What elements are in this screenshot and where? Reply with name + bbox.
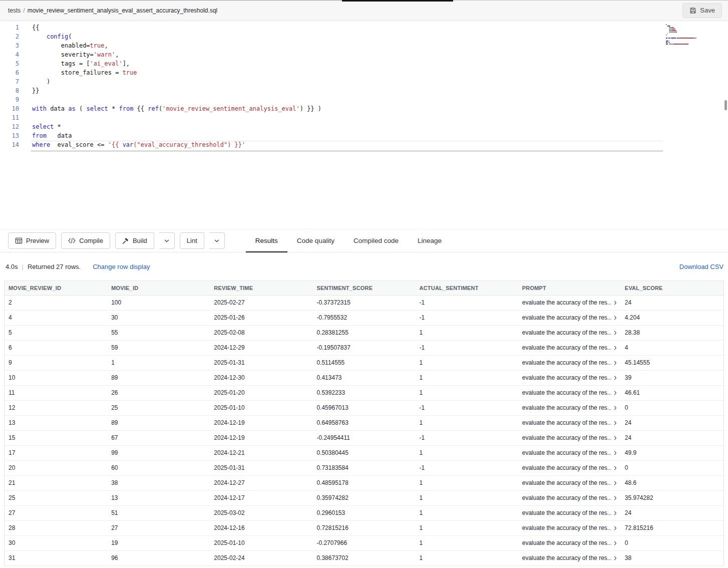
- cell-actual_sentiment: -1: [416, 295, 518, 310]
- cell-eval_score: 49.9: [621, 445, 723, 460]
- save-button-label: Save: [700, 7, 715, 14]
- lint-button[interactable]: Lint: [180, 232, 204, 249]
- cell-movie_id: 38: [107, 475, 210, 490]
- cell-actual_sentiment: 1: [416, 550, 518, 565]
- code-line[interactable]: }}: [32, 87, 728, 96]
- cell-movie_id: 89: [107, 415, 210, 430]
- line-number: 12: [0, 123, 22, 132]
- table-row: 25132024-12-170.359742821evaluate the ac…: [5, 490, 723, 505]
- cell-sentiment_score: 0.28381255: [312, 325, 415, 340]
- expand-cell-icon[interactable]: [614, 361, 617, 365]
- cell-sentiment_score: -0.7955532: [312, 310, 415, 325]
- editor-minimap[interactable]: [666, 24, 722, 45]
- expand-cell-icon[interactable]: [614, 451, 617, 455]
- prompt-text: evaluate the accuracy of the res...: [522, 344, 611, 351]
- cell-eval_score: 39: [621, 370, 723, 385]
- code-line[interactable]: store_failures = true: [32, 69, 728, 78]
- lint-dropdown-toggle[interactable]: [209, 232, 225, 249]
- expand-cell-icon[interactable]: [614, 556, 617, 560]
- cell-review_time: 2024-12-16: [210, 520, 312, 535]
- tab-code-quality[interactable]: Code quality: [287, 229, 344, 252]
- cell-actual_sentiment: -1: [416, 460, 518, 475]
- cell-movie_review_id: 4: [5, 310, 107, 325]
- expand-cell-icon[interactable]: [614, 346, 617, 350]
- column-header-movie_id: MOVIE_ID: [107, 281, 210, 295]
- code-line[interactable]: severity='warn',: [32, 51, 728, 60]
- expand-cell-icon[interactable]: [614, 496, 617, 500]
- cell-movie_review_id: 5: [5, 325, 107, 340]
- build-button-label: Build: [133, 237, 147, 244]
- expand-cell-icon[interactable]: [614, 466, 617, 470]
- expand-cell-icon[interactable]: [614, 331, 617, 335]
- cell-sentiment_score: 0.35974282: [312, 490, 415, 505]
- line-number: 9: [0, 96, 22, 105]
- editor-scrollbar-thumb[interactable]: [724, 100, 727, 110]
- code-line[interactable]: {{: [32, 24, 728, 33]
- results-table: MOVIE_REVIEW_IDMOVIE_IDREVIEW_TIMESENTIM…: [5, 281, 723, 566]
- tab-results[interactable]: Results: [246, 229, 287, 252]
- minimap-line: [666, 38, 722, 39]
- cell-movie_id: 55: [107, 325, 210, 340]
- line-number: 8: [0, 87, 22, 96]
- cell-prompt: evaluate the accuracy of the res...: [518, 400, 621, 415]
- code-line[interactable]: config(: [32, 33, 728, 42]
- expand-cell-icon[interactable]: [614, 481, 617, 485]
- compile-button[interactable]: Compile: [61, 232, 110, 249]
- expand-cell-icon[interactable]: [614, 421, 617, 425]
- table-row: 21382024-12-270.485951781evaluate the ac…: [5, 475, 723, 490]
- cell-actual_sentiment: -1: [416, 430, 518, 445]
- expand-cell-icon[interactable]: [614, 406, 617, 410]
- build-button[interactable]: Build: [115, 232, 154, 249]
- cell-movie_review_id: 21: [5, 475, 107, 490]
- code-line[interactable]: tags = ['ai_eval'],: [32, 60, 728, 69]
- cell-movie_id: 96: [107, 550, 210, 565]
- change-row-display-link[interactable]: Change row display: [93, 263, 150, 270]
- expand-cell-icon[interactable]: [614, 376, 617, 380]
- expand-cell-icon[interactable]: [614, 301, 617, 305]
- save-button[interactable]: Save: [682, 3, 722, 18]
- build-dropdown-toggle[interactable]: [159, 232, 175, 249]
- code-line[interactable]: ): [32, 78, 728, 87]
- cell-actual_sentiment: 1: [416, 505, 518, 520]
- code-line[interactable]: [32, 96, 728, 105]
- tab-compiled-code[interactable]: Compiled code: [344, 229, 408, 252]
- expand-cell-icon[interactable]: [614, 526, 617, 530]
- code-line[interactable]: from data: [32, 132, 728, 141]
- code-line[interactable]: [32, 114, 728, 123]
- cell-movie_id: 60: [107, 460, 210, 475]
- minimap-line: [666, 27, 722, 28]
- cell-prompt: evaluate the accuracy of the res...: [518, 475, 621, 490]
- expand-cell-icon[interactable]: [614, 436, 617, 440]
- cell-sentiment_score: 0.413473: [312, 370, 415, 385]
- cell-actual_sentiment: 1: [416, 370, 518, 385]
- line-number: 4: [0, 51, 22, 60]
- download-csv-link[interactable]: Download CSV: [679, 263, 723, 270]
- code-line[interactable]: select *: [32, 123, 728, 132]
- table-row: 6592024-12-29-0.19507837-1evaluate the a…: [5, 340, 723, 355]
- code-editor[interactable]: 1234567891011121314 {{ config( enabled=t…: [0, 21, 728, 229]
- file-header-bar: tests / movie_review_sentiment_analysis_…: [0, 0, 728, 21]
- expand-cell-icon[interactable]: [614, 541, 617, 545]
- line-number: 3: [0, 42, 22, 51]
- breadcrumb-folder[interactable]: tests: [8, 7, 21, 14]
- cell-prompt: evaluate the accuracy of the res...: [518, 550, 621, 565]
- code-line[interactable]: enabled=true,: [32, 42, 728, 51]
- cell-actual_sentiment: -1: [416, 340, 518, 355]
- tab-lineage[interactable]: Lineage: [408, 229, 451, 252]
- cell-sentiment_score: 0.64958763: [312, 415, 415, 430]
- expand-cell-icon[interactable]: [614, 316, 617, 320]
- code-line[interactable]: with data as ( select * from {{ ref('mov…: [32, 105, 728, 114]
- prompt-text: evaluate the accuracy of the res...: [522, 404, 611, 411]
- cell-prompt: evaluate the accuracy of the res...: [518, 415, 621, 430]
- expand-cell-icon[interactable]: [614, 391, 617, 395]
- prompt-text: evaluate the accuracy of the res...: [522, 419, 611, 426]
- cell-sentiment_score: -0.37372315: [312, 295, 415, 310]
- expand-cell-icon[interactable]: [614, 511, 617, 515]
- cell-review_time: 2025-01-10: [210, 400, 312, 415]
- cell-review_time: 2025-01-31: [210, 460, 312, 475]
- cell-movie_review_id: 30: [5, 535, 107, 550]
- prompt-text: evaluate the accuracy of the res...: [522, 374, 611, 381]
- preview-button[interactable]: Preview: [8, 232, 56, 249]
- editor-code[interactable]: {{ config( enabled=true, severity='warn'…: [32, 24, 728, 229]
- code-line[interactable]: where eval_score <= '{{ var("eval_accura…: [32, 141, 728, 150]
